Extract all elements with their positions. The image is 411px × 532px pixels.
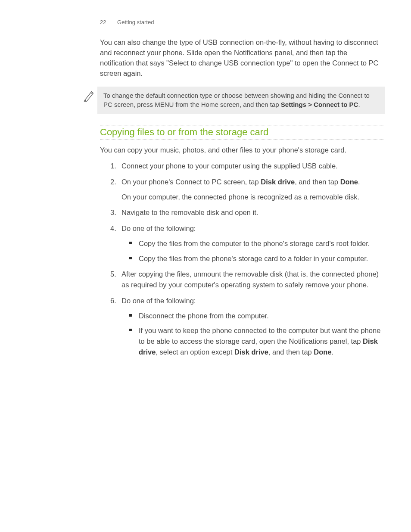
running-header: 22 Getting started (100, 19, 411, 25)
intro-paragraph: You can also change the type of USB conn… (100, 37, 381, 79)
page-number: 22 (100, 19, 106, 25)
list-item: Copy the files from the computer to the … (129, 238, 381, 249)
step-5: After copying the files, unmount the rem… (110, 269, 381, 290)
list-item: Disconnect the phone from the computer. (129, 311, 381, 321)
step-4-bullets: Copy the files from the computer to the … (129, 238, 381, 264)
chapter-title: Getting started (117, 19, 154, 25)
section-intro: You can copy your music, photos, and oth… (100, 145, 381, 156)
section-heading: Copying files to or from the storage car… (100, 125, 385, 140)
step-3: Navigate to the removable disk and open … (110, 207, 381, 218)
step-2: On your phone's Connect to PC screen, ta… (110, 177, 381, 202)
note-bold-path: Settings > Connect to PC (281, 101, 358, 108)
step-6-bullets: Disconnect the phone from the computer. … (129, 311, 381, 358)
step-4: Do one of the following: Copy the files … (110, 223, 381, 264)
step-1: Connect your phone to your computer usin… (110, 161, 381, 171)
list-item: Copy the files from the phone's storage … (129, 253, 381, 264)
pencil-icon (81, 87, 97, 104)
step-2-sub: On your computer, the connected phone is… (121, 192, 381, 202)
list-item: If you want to keep the phone connected … (129, 325, 381, 357)
note-callout: To change the default connection type or… (81, 87, 385, 114)
steps-list: Connect your phone to your computer usin… (110, 161, 381, 358)
document-page: 22 Getting started You can also change t… (0, 0, 411, 363)
note-text: To change the default connection type or… (97, 87, 385, 114)
step-6: Do one of the following: Disconnect the … (110, 296, 381, 358)
